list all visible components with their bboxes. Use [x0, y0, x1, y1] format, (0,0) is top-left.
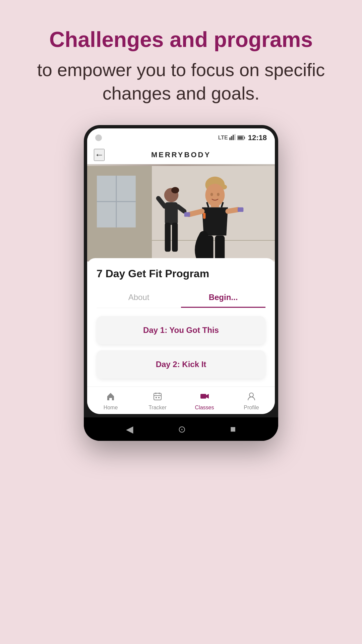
svg-rect-20	[172, 223, 178, 252]
nav-tracker-label: Tracker	[148, 405, 167, 411]
svg-rect-34	[215, 236, 225, 261]
day-2-button[interactable]: Day 2: Kick It	[97, 350, 265, 378]
svg-rect-19	[165, 223, 171, 252]
svg-rect-36	[154, 393, 161, 400]
days-list: Day 1: You Got This Day 2: Kick It	[97, 308, 265, 387]
bottom-nav: Home Tracker Classes Profile	[87, 387, 275, 414]
tab-begin[interactable]: Begin...	[181, 288, 265, 308]
svg-line-30	[228, 210, 238, 212]
tabs: About Begin...	[97, 288, 265, 308]
nav-home[interactable]: Home	[87, 392, 134, 411]
svg-line-29	[189, 211, 202, 215]
android-nav-bar: ◀ ⊙ ■	[84, 417, 278, 441]
program-title: 7 Day Get Fit Program	[97, 268, 265, 280]
android-recent-btn[interactable]: ■	[230, 424, 236, 434]
svg-point-24	[205, 184, 225, 207]
svg-rect-0	[229, 137, 231, 140]
phone-inner: LTE 12:18 ← MERRYBODY	[87, 128, 275, 414]
svg-rect-2	[233, 135, 234, 140]
svg-rect-42	[200, 394, 206, 399]
svg-rect-41	[158, 397, 160, 398]
status-right: LTE 12:18	[218, 133, 267, 142]
android-home-btn[interactable]: ⊙	[178, 424, 186, 435]
profile-icon	[247, 392, 256, 403]
back-button[interactable]: ←	[94, 149, 105, 161]
svg-rect-3	[234, 134, 236, 140]
nav-tracker[interactable]: Tracker	[134, 392, 181, 411]
svg-point-15	[171, 187, 179, 193]
content-area: 7 Day Get Fit Program About Begin... Day…	[87, 258, 275, 387]
nav-classes-label: Classes	[195, 405, 214, 411]
svg-rect-6	[238, 136, 243, 139]
svg-rect-31	[184, 212, 190, 217]
hero-title: Challenges and programs	[20, 27, 342, 53]
svg-rect-40	[156, 397, 157, 398]
android-back-btn[interactable]: ◀	[126, 424, 133, 435]
nav-profile-label: Profile	[244, 405, 259, 411]
camera-dot	[95, 134, 102, 141]
nav-home-label: Home	[104, 405, 118, 411]
nav-profile[interactable]: Profile	[228, 392, 275, 411]
lte-label: LTE	[218, 135, 228, 141]
svg-rect-1	[231, 136, 232, 140]
svg-rect-32	[238, 208, 243, 212]
classes-icon	[200, 392, 209, 403]
workout-image	[87, 164, 275, 261]
day-1-button[interactable]: Day 1: You Got This	[97, 316, 265, 344]
signal-icon	[229, 134, 236, 142]
home-icon	[106, 392, 115, 403]
status-bar: LTE 12:18	[87, 128, 275, 146]
svg-rect-5	[244, 137, 245, 139]
hero-subtitle: to empower you to focus on specific chan…	[20, 58, 342, 105]
tracker-icon	[153, 392, 162, 403]
status-time: 12:18	[248, 133, 267, 142]
app-logo: MERRYBODY	[94, 151, 268, 159]
battery-icon	[237, 135, 245, 140]
svg-point-25	[210, 193, 213, 196]
hero-section: Challenges and programs to empower you t…	[0, 0, 362, 118]
app-header: ← MERRYBODY	[87, 146, 275, 164]
nav-classes[interactable]: Classes	[181, 392, 228, 411]
svg-point-43	[249, 393, 253, 397]
phone-shell: LTE 12:18 ← MERRYBODY	[84, 125, 278, 441]
svg-point-26	[217, 193, 220, 196]
status-icons: LTE	[218, 134, 245, 142]
svg-rect-35	[203, 213, 206, 219]
tab-about[interactable]: About	[97, 288, 181, 308]
workout-illustration	[87, 164, 275, 261]
